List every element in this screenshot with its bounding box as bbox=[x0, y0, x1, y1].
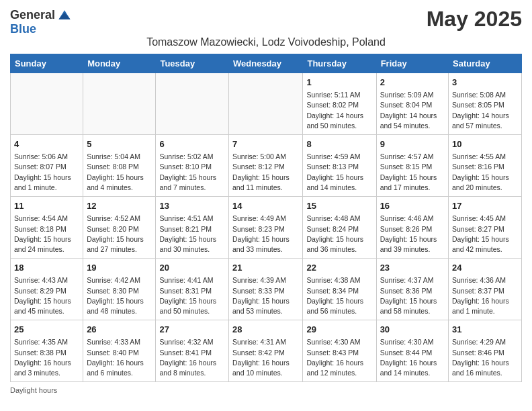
calendar-week-5: 25Sunrise: 4:35 AM Sunset: 8:38 PM Dayli… bbox=[11, 320, 522, 382]
calendar-week-2: 4Sunrise: 5:06 AM Sunset: 8:07 PM Daylig… bbox=[11, 135, 522, 197]
calendar-cell: 23Sunrise: 4:37 AM Sunset: 8:36 PM Dayli… bbox=[376, 259, 448, 320]
day-info: Sunrise: 5:11 AM Sunset: 8:02 PM Dayligh… bbox=[306, 90, 372, 131]
day-info: Sunrise: 4:38 AM Sunset: 8:34 PM Dayligh… bbox=[306, 275, 372, 316]
page-subtitle: Tomaszow Mazowiecki, Lodz Voivodeship, P… bbox=[10, 36, 522, 48]
day-number: 27 bbox=[159, 324, 225, 336]
logo: General Blue bbox=[10, 7, 73, 35]
day-info: Sunrise: 4:51 AM Sunset: 8:21 PM Dayligh… bbox=[159, 214, 225, 255]
day-info: Sunrise: 5:04 AM Sunset: 8:08 PM Dayligh… bbox=[87, 152, 152, 193]
day-number: 12 bbox=[87, 200, 152, 212]
dow-header-friday: Friday bbox=[376, 54, 448, 73]
calendar-cell: 30Sunrise: 4:30 AM Sunset: 8:44 PM Dayli… bbox=[376, 320, 448, 382]
day-number: 1 bbox=[306, 77, 372, 89]
dow-header-sunday: Sunday bbox=[11, 54, 83, 73]
calendar-cell: 15Sunrise: 4:48 AM Sunset: 8:24 PM Dayli… bbox=[303, 197, 376, 259]
day-number: 29 bbox=[306, 324, 372, 336]
day-number: 28 bbox=[232, 324, 299, 336]
day-number: 26 bbox=[87, 324, 152, 336]
page-title: May 2025 bbox=[427, 7, 522, 32]
day-number: 5 bbox=[87, 138, 152, 150]
day-number: 10 bbox=[452, 138, 518, 150]
day-info: Sunrise: 4:37 AM Sunset: 8:36 PM Dayligh… bbox=[380, 275, 445, 316]
day-number: 31 bbox=[452, 324, 518, 336]
day-number: 21 bbox=[232, 262, 299, 274]
calendar-cell bbox=[156, 73, 229, 135]
day-number: 16 bbox=[380, 200, 445, 212]
day-info: Sunrise: 4:46 AM Sunset: 8:26 PM Dayligh… bbox=[380, 214, 445, 255]
calendar-cell: 14Sunrise: 4:49 AM Sunset: 8:23 PM Dayli… bbox=[229, 197, 303, 259]
calendar-cell: 25Sunrise: 4:35 AM Sunset: 8:38 PM Dayli… bbox=[11, 320, 83, 382]
calendar-week-4: 18Sunrise: 4:43 AM Sunset: 8:29 PM Dayli… bbox=[11, 259, 522, 320]
calendar-cell: 21Sunrise: 4:39 AM Sunset: 8:33 PM Dayli… bbox=[229, 259, 303, 320]
footer-note: Daylight hours bbox=[10, 386, 522, 394]
calendar-week-1: 1Sunrise: 5:11 AM Sunset: 8:02 PM Daylig… bbox=[11, 73, 522, 135]
day-info: Sunrise: 4:42 AM Sunset: 8:30 PM Dayligh… bbox=[87, 275, 152, 316]
day-info: Sunrise: 5:09 AM Sunset: 8:04 PM Dayligh… bbox=[380, 90, 445, 131]
day-info: Sunrise: 4:33 AM Sunset: 8:40 PM Dayligh… bbox=[87, 337, 152, 378]
calendar-cell: 27Sunrise: 4:32 AM Sunset: 8:41 PM Dayli… bbox=[156, 320, 229, 382]
day-info: Sunrise: 4:31 AM Sunset: 8:42 PM Dayligh… bbox=[232, 337, 299, 378]
calendar-cell: 18Sunrise: 4:43 AM Sunset: 8:29 PM Dayli… bbox=[11, 259, 83, 320]
calendar-cell: 13Sunrise: 4:51 AM Sunset: 8:21 PM Dayli… bbox=[156, 197, 229, 259]
dow-header-wednesday: Wednesday bbox=[229, 54, 303, 73]
day-number: 2 bbox=[380, 77, 445, 89]
calendar-cell: 20Sunrise: 4:41 AM Sunset: 8:31 PM Dayli… bbox=[156, 259, 229, 320]
day-number: 13 bbox=[159, 200, 225, 212]
calendar-cell: 31Sunrise: 4:29 AM Sunset: 8:46 PM Dayli… bbox=[449, 320, 522, 382]
day-number: 17 bbox=[452, 200, 518, 212]
calendar-cell: 29Sunrise: 4:30 AM Sunset: 8:43 PM Dayli… bbox=[303, 320, 376, 382]
calendar-cell bbox=[83, 73, 156, 135]
calendar-cell: 28Sunrise: 4:31 AM Sunset: 8:42 PM Dayli… bbox=[229, 320, 303, 382]
day-info: Sunrise: 4:49 AM Sunset: 8:23 PM Dayligh… bbox=[232, 214, 299, 255]
calendar-cell: 22Sunrise: 4:38 AM Sunset: 8:34 PM Dayli… bbox=[303, 259, 376, 320]
day-info: Sunrise: 4:43 AM Sunset: 8:29 PM Dayligh… bbox=[14, 275, 79, 316]
dow-header-monday: Monday bbox=[83, 54, 156, 73]
dow-header-saturday: Saturday bbox=[449, 54, 522, 73]
calendar-cell: 24Sunrise: 4:36 AM Sunset: 8:37 PM Dayli… bbox=[449, 259, 522, 320]
calendar-cell: 9Sunrise: 4:57 AM Sunset: 8:15 PM Daylig… bbox=[376, 135, 448, 197]
day-number: 14 bbox=[232, 200, 299, 212]
calendar-table: SundayMondayTuesdayWednesdayThursdayFrid… bbox=[10, 54, 522, 382]
day-info: Sunrise: 4:36 AM Sunset: 8:37 PM Dayligh… bbox=[452, 275, 518, 316]
day-info: Sunrise: 5:02 AM Sunset: 8:10 PM Dayligh… bbox=[159, 152, 225, 193]
day-number: 3 bbox=[452, 77, 518, 89]
calendar-cell: 7Sunrise: 5:00 AM Sunset: 8:12 PM Daylig… bbox=[229, 135, 303, 197]
day-number: 15 bbox=[306, 200, 372, 212]
day-info: Sunrise: 4:35 AM Sunset: 8:38 PM Dayligh… bbox=[14, 337, 79, 378]
day-info: Sunrise: 4:30 AM Sunset: 8:43 PM Dayligh… bbox=[306, 337, 372, 378]
day-number: 11 bbox=[14, 200, 79, 212]
day-info: Sunrise: 4:59 AM Sunset: 8:13 PM Dayligh… bbox=[306, 152, 372, 193]
day-info: Sunrise: 5:00 AM Sunset: 8:12 PM Dayligh… bbox=[232, 152, 299, 193]
day-number: 24 bbox=[452, 262, 518, 274]
calendar-cell: 17Sunrise: 4:45 AM Sunset: 8:27 PM Dayli… bbox=[449, 197, 522, 259]
day-number: 4 bbox=[14, 138, 79, 150]
calendar-cell: 8Sunrise: 4:59 AM Sunset: 8:13 PM Daylig… bbox=[303, 135, 376, 197]
calendar-cell: 19Sunrise: 4:42 AM Sunset: 8:30 PM Dayli… bbox=[83, 259, 156, 320]
day-info: Sunrise: 4:48 AM Sunset: 8:24 PM Dayligh… bbox=[306, 214, 372, 255]
calendar-cell: 26Sunrise: 4:33 AM Sunset: 8:40 PM Dayli… bbox=[83, 320, 156, 382]
day-number: 9 bbox=[380, 138, 445, 150]
day-info: Sunrise: 5:08 AM Sunset: 8:05 PM Dayligh… bbox=[452, 90, 518, 131]
calendar-cell: 10Sunrise: 4:55 AM Sunset: 8:16 PM Dayli… bbox=[449, 135, 522, 197]
day-number: 6 bbox=[159, 138, 225, 150]
calendar-week-3: 11Sunrise: 4:54 AM Sunset: 8:18 PM Dayli… bbox=[11, 197, 522, 259]
day-info: Sunrise: 5:06 AM Sunset: 8:07 PM Dayligh… bbox=[14, 152, 79, 193]
day-info: Sunrise: 4:54 AM Sunset: 8:18 PM Dayligh… bbox=[14, 214, 79, 255]
day-info: Sunrise: 4:45 AM Sunset: 8:27 PM Dayligh… bbox=[452, 214, 518, 255]
dow-header-thursday: Thursday bbox=[303, 54, 376, 73]
day-info: Sunrise: 4:39 AM Sunset: 8:33 PM Dayligh… bbox=[232, 275, 299, 316]
day-info: Sunrise: 4:57 AM Sunset: 8:15 PM Dayligh… bbox=[380, 152, 445, 193]
day-number: 20 bbox=[159, 262, 225, 274]
calendar-cell bbox=[229, 73, 303, 135]
day-number: 23 bbox=[380, 262, 445, 274]
day-number: 25 bbox=[14, 324, 79, 336]
logo-general: General bbox=[10, 9, 55, 21]
day-info: Sunrise: 4:55 AM Sunset: 8:16 PM Dayligh… bbox=[452, 152, 518, 193]
calendar-cell: 11Sunrise: 4:54 AM Sunset: 8:18 PM Dayli… bbox=[11, 197, 83, 259]
day-number: 19 bbox=[87, 262, 152, 274]
day-number: 30 bbox=[380, 324, 445, 336]
calendar-cell: 6Sunrise: 5:02 AM Sunset: 8:10 PM Daylig… bbox=[156, 135, 229, 197]
logo-blue: Blue bbox=[10, 23, 36, 35]
day-number: 8 bbox=[306, 138, 372, 150]
day-info: Sunrise: 4:41 AM Sunset: 8:31 PM Dayligh… bbox=[159, 275, 225, 316]
